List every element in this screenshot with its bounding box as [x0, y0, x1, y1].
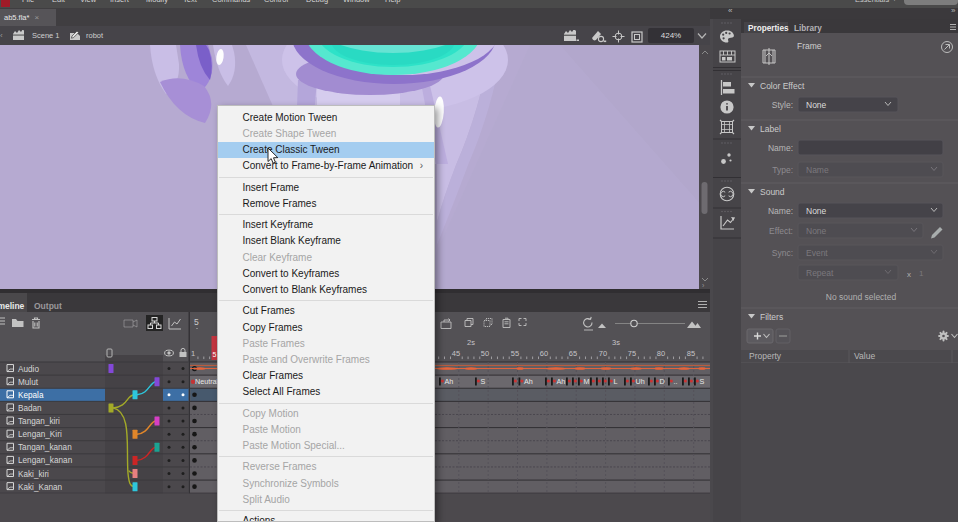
svg-text:Filters: Filters	[760, 312, 783, 322]
svg-text:S: S	[481, 377, 486, 386]
svg-text:Tangan_kiri: Tangan_kiri	[18, 417, 60, 426]
svg-text:Properties: Properties	[748, 24, 789, 33]
svg-text:Style:: Style:	[772, 100, 793, 110]
svg-text:..: ..	[674, 377, 678, 386]
svg-text:1: 1	[919, 269, 924, 278]
svg-text:Lengan_kanan: Lengan_kanan	[18, 456, 73, 465]
svg-text:Ah: Ah	[524, 377, 533, 386]
svg-text:Badan: Badan	[18, 404, 42, 413]
svg-text:Sync:: Sync:	[772, 248, 793, 258]
svg-text:Name:: Name:	[768, 206, 793, 216]
svg-text:Repeat: Repeat	[806, 268, 834, 278]
svg-text:2s: 2s	[467, 338, 475, 347]
svg-text:5: 5	[213, 351, 217, 358]
svg-text:Output: Output	[34, 301, 62, 311]
svg-text:60: 60	[540, 349, 548, 358]
svg-text:5: 5	[194, 317, 199, 327]
svg-text:Property: Property	[749, 351, 782, 361]
svg-text:Lengan_Kiri: Lengan_Kiri	[18, 430, 62, 439]
svg-text:70: 70	[599, 349, 607, 358]
svg-text:Kaki_Kanan: Kaki_Kanan	[18, 483, 63, 492]
svg-text:45: 45	[452, 349, 460, 358]
svg-text:Library: Library	[794, 24, 822, 33]
svg-text:Name:: Name:	[768, 143, 793, 153]
svg-text:Type:: Type:	[772, 165, 793, 175]
svg-text:D: D	[660, 377, 665, 386]
svg-text:M: M	[584, 377, 590, 386]
svg-text:55: 55	[511, 349, 519, 358]
svg-text:50: 50	[481, 349, 489, 358]
svg-text:Frame: Frame	[797, 41, 822, 51]
svg-text:Mulut: Mulut	[18, 378, 39, 387]
svg-text:None: None	[806, 100, 827, 110]
svg-text:1: 1	[191, 349, 195, 358]
svg-text:None: None	[806, 226, 827, 236]
svg-text:S: S	[700, 377, 705, 386]
svg-text:Effect:: Effect:	[769, 226, 793, 236]
svg-text:None: None	[806, 206, 827, 216]
svg-text:3s: 3s	[612, 338, 620, 347]
svg-text:No sound selected: No sound selected	[826, 292, 897, 302]
svg-text:Ah: Ah	[557, 377, 566, 386]
svg-text:Kaki_kiri: Kaki_kiri	[18, 470, 49, 479]
svg-text:Timeline: Timeline	[0, 301, 25, 311]
svg-text:65: 65	[569, 349, 577, 358]
svg-text:80: 80	[657, 349, 665, 358]
svg-text:85: 85	[687, 349, 695, 358]
svg-text:L: L	[614, 377, 618, 386]
svg-text:75: 75	[628, 349, 636, 358]
svg-text:Value: Value	[854, 351, 875, 361]
svg-text:Uh: Uh	[636, 377, 645, 386]
svg-text:Neutral: Neutral	[195, 377, 219, 386]
svg-text:Name: Name	[806, 165, 829, 175]
svg-text:Sound: Sound	[760, 187, 785, 197]
svg-text:Ah: Ah	[445, 377, 454, 386]
svg-text:Label: Label	[760, 124, 781, 134]
svg-text:Event: Event	[806, 248, 828, 258]
svg-text:Color Effect: Color Effect	[760, 81, 805, 91]
svg-text:Kepala: Kepala	[18, 391, 44, 400]
svg-text:Tangan_kanan: Tangan_kanan	[18, 443, 72, 452]
svg-text:x: x	[907, 270, 911, 279]
svg-text:Audio: Audio	[18, 365, 39, 374]
